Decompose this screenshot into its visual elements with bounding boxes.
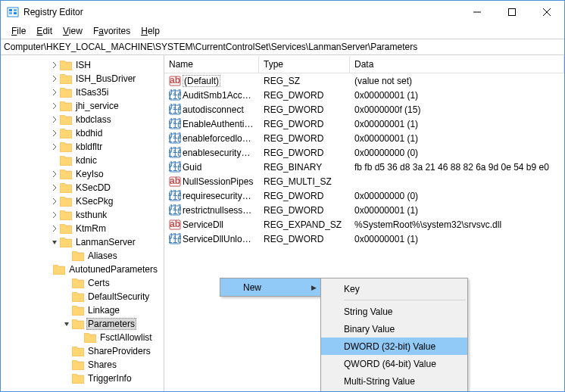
col-data[interactable]: Data [350,56,564,73]
chevron-icon[interactable] [49,185,60,191]
tree-item[interactable]: KSecPkg [1,194,164,208]
value-row[interactable]: 011110enablesecuritysi...REG_DWORD0x0000… [164,145,564,160]
context-menu-new[interactable]: New ▶ [220,278,321,296]
tree-item[interactable]: kbdhid [1,126,164,140]
menu-view[interactable]: View [58,24,87,38]
tree-item[interactable]: jhi_service [1,99,164,113]
value-row[interactable]: ab(Default)REG_SZ(value not set) [164,73,564,88]
chevron-icon[interactable] [49,226,60,232]
value-row[interactable]: 011110enableforcedlog...REG_DWORD0x00000… [164,131,564,145]
close-button[interactable] [529,1,564,23]
menu-edit[interactable]: Edit [32,24,57,38]
value-row[interactable]: 011110AuditSmb1AccessREG_DWORD0x00000001… [164,88,564,102]
submenu-arrow-icon: ▶ [311,284,317,291]
value-type: REG_DWORD [259,234,350,244]
tree-item[interactable]: kbdclass [1,113,164,126]
tree-panel[interactable]: ISHISH_BusDriverItSas35ijhi_servicekbdcl… [1,55,164,391]
value-row[interactable]: 011110EnableAuthentic...REG_DWORD0x00000… [164,117,564,131]
tree-item[interactable]: ShareProviders [1,344,164,358]
value-row[interactable]: abServiceDllREG_EXPAND_SZ%SystemRoot%\sy… [164,217,564,232]
chevron-icon[interactable] [49,103,60,109]
tree-item[interactable]: ISH [1,58,164,72]
tree-item[interactable]: KeyIso [1,167,164,181]
value-row[interactable]: 011110restrictnullsessa...REG_DWORD0x000… [164,203,564,217]
chevron-icon[interactable] [49,239,60,245]
chevron-icon[interactable] [49,62,60,68]
menu-favorites[interactable]: Favorites [89,24,135,38]
tree-label: Linkage [86,305,121,316]
tree-label: LanmanServer [74,237,137,247]
tree-item[interactable]: Linkage [1,303,164,317]
address-bar[interactable]: Computer\HKEY_LOCAL_MACHINE\SYSTEM\Curre… [1,39,564,55]
tree-item[interactable]: kbldfltr [1,140,164,154]
value-name: ServiceDll [183,219,223,230]
value-row[interactable]: 011110requiresecuritysi...REG_DWORD0x000… [164,188,564,203]
submenu-key[interactable]: Key [321,280,467,297]
value-row[interactable]: 011110autodisconnectREG_DWORD0x0000000f … [164,102,564,117]
folder-icon [72,347,84,356]
value-type: REG_DWORD [259,191,350,201]
value-type: REG_DWORD [259,90,350,101]
tree-item[interactable]: KtmRm [1,222,164,235]
submenu-qword[interactable]: QWORD (64-bit) Value [321,355,467,372]
context-menu[interactable]: New ▶ [220,278,322,297]
chevron-icon[interactable] [49,130,60,136]
separator [344,300,466,300]
chevron-icon[interactable] [49,144,60,150]
submenu-multistring[interactable]: Multi-String Value [321,372,467,390]
menu-file[interactable]: File [7,24,30,38]
folder-icon [60,156,72,166]
tree-item[interactable]: FsctlAllowlist [1,331,164,344]
tree-item[interactable]: ksthunk [1,208,164,222]
value-type: REG_DWORD [259,205,350,216]
chevron-icon[interactable] [49,171,60,177]
value-row[interactable]: 011110GuidREG_BINARYfb fb d5 36 d8 3a 21… [164,160,564,174]
chevron-icon[interactable] [49,76,60,82]
tree-item[interactable]: LanmanServer [1,235,164,249]
folder-icon [72,251,84,261]
chevron-icon[interactable] [49,198,60,204]
svg-text:110: 110 [169,91,181,101]
context-submenu[interactable]: Key String Value Binary Value DWORD (32-… [320,278,468,392]
svg-rect-1 [9,9,12,11]
folder-icon [60,115,72,125]
tree-item[interactable]: Shares [1,358,164,372]
submenu-string[interactable]: String Value [321,303,467,320]
tree-item[interactable]: Certs [1,276,164,290]
tree-label: ISH_BusDriver [74,73,137,84]
tree-label: ksthunk [74,210,108,220]
tree-item[interactable]: KSecDD [1,181,164,194]
submenu-binary[interactable]: Binary Value [321,320,467,338]
tree-item[interactable]: TriggerInfo [1,372,164,385]
folder-icon [72,319,84,329]
tree-item[interactable]: Parameters [1,317,164,331]
svg-text:110: 110 [169,206,181,216]
submenu-dword[interactable]: DWORD (32-bit) Value [321,338,467,355]
value-icon: 011110 [169,89,181,101]
chevron-icon[interactable] [61,321,72,327]
tree-item[interactable]: AutotunedParameters [1,263,164,276]
chevron-icon[interactable] [49,212,60,218]
value-row[interactable]: 011110ServiceDllUnloa...REG_DWORD0x00000… [164,232,564,246]
tree-item[interactable]: ISH_BusDriver [1,72,164,86]
menu-help[interactable]: Help [136,24,164,38]
chevron-icon[interactable] [49,117,60,123]
value-row[interactable]: abNullSessionPipesREG_MULTI_SZ [164,174,564,188]
svg-text:110: 110 [169,105,181,116]
chevron-icon[interactable] [49,89,60,95]
tree-item[interactable]: kdnic [1,154,164,167]
minimize-button[interactable] [460,1,495,23]
tree-label: ISH [74,60,92,70]
tree-item[interactable]: ItSas35i [1,86,164,99]
col-type[interactable]: Type [259,56,350,73]
tree-item[interactable]: DefaultSecurity [1,290,164,303]
folder-icon [60,142,72,152]
value-name: ServiceDllUnloa... [183,234,254,244]
tree-item[interactable]: Aliases [1,249,164,263]
svg-rect-2 [9,12,12,14]
value-name: enablesecuritysi... [183,148,254,158]
value-icon: ab [169,176,181,188]
value-type: REG_DWORD [259,119,350,129]
col-name[interactable]: Name [164,56,259,73]
maximize-button[interactable] [495,1,529,23]
